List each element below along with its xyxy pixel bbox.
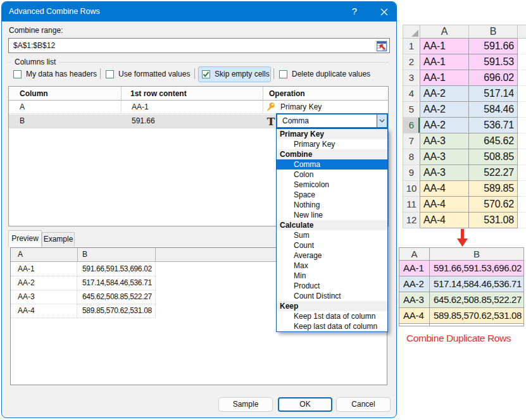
dropdown-item[interactable]: Space (277, 190, 387, 200)
tab-preview[interactable]: Preview (8, 230, 42, 247)
dropdown-item[interactable]: Max (277, 261, 387, 271)
checkbox-box-checked[interactable] (202, 70, 210, 78)
sheet-row-header[interactable]: 8 (403, 149, 420, 165)
dropdown-item[interactable]: Sum (277, 230, 387, 240)
checkbox-delete-duplicate-values[interactable]: Delete duplicate values (279, 66, 370, 82)
columns-table-header[interactable]: Column 1st row content Operation (9, 87, 388, 101)
sheet-row-header[interactable]: 3 (403, 70, 420, 86)
range-picker-icon[interactable] (375, 40, 388, 52)
sheet-cell-empty[interactable] (518, 165, 526, 181)
cell-column: B (20, 114, 25, 128)
column-header-operation[interactable]: Operation (269, 87, 305, 101)
sheet-cell-a[interactable]: AA-4 (420, 213, 469, 228)
sheet-cell-a[interactable]: AA-4 (420, 181, 469, 197)
sheet-row-header[interactable]: 2 (403, 54, 420, 70)
tab-example[interactable]: Example (42, 232, 75, 247)
dialog-titlebar[interactable]: Advanced Combine Rows ? (2, 2, 396, 22)
sheet-cell-a[interactable]: AA-3 (420, 133, 469, 149)
dropdown-item[interactable]: New line (277, 210, 387, 220)
help-icon[interactable]: ? (346, 2, 363, 22)
combobox-value: Comma (282, 114, 309, 127)
checkbox-label: Skip empty cells (215, 70, 270, 78)
checkbox-use-formatted-values[interactable]: Use formatted values (106, 66, 190, 82)
checkbox-box[interactable] (279, 70, 287, 78)
sheet-cell-a[interactable]: AA-2 (420, 86, 469, 102)
sheet-cell-empty[interactable] (518, 54, 526, 70)
dropdown-item[interactable]: Semicolon (277, 180, 387, 190)
sheet-cell-b[interactable]: 570.62 (469, 197, 518, 213)
sheet-cell-b[interactable]: 517.14 (469, 86, 518, 102)
operation-combobox[interactable]: Comma (276, 113, 388, 128)
dropdown-item[interactable]: Min (277, 271, 387, 281)
sample-button[interactable]: Sample (218, 397, 273, 412)
sheet-row-header[interactable]: 7 (403, 133, 420, 149)
sheet-cell-b[interactable]: 508.85 (469, 149, 518, 165)
dropdown-item[interactable]: Nothing (277, 200, 387, 210)
sheet-cell-empty[interactable] (518, 213, 526, 228)
sheet-cell-empty[interactable] (518, 133, 526, 149)
close-icon[interactable] (376, 2, 392, 22)
dropdown-item[interactable]: Primary Key (277, 139, 387, 149)
sheet-column-header-b[interactable]: B (469, 25, 518, 39)
sheet-cell-a[interactable]: AA-2 (420, 102, 469, 118)
sheet-cell-empty[interactable] (518, 149, 526, 165)
sheet-cell-empty[interactable] (518, 197, 526, 213)
sheet-cell-b[interactable]: 536.71 (469, 118, 518, 133)
sheet-row-header[interactable]: 4 (403, 86, 420, 102)
dropdown-item[interactable]: Product (277, 281, 387, 291)
sheet-cell-b[interactable]: 696.02 (469, 70, 518, 86)
sheet-cell-empty[interactable] (518, 39, 526, 54)
sheet-cell-a[interactable]: AA-3 (420, 149, 469, 165)
sheet-cell-b[interactable]: 645.62 (469, 133, 518, 149)
dropdown-item[interactable]: Keep 1st data of column (277, 311, 387, 321)
cell-first-row: AA-1 (132, 101, 149, 114)
sheet-cell-empty[interactable] (518, 70, 526, 86)
dropdown-item[interactable]: Average (277, 250, 387, 261)
sheet-cell-empty[interactable] (518, 102, 526, 118)
sheet-row: 11AA-4570.62 (403, 197, 526, 213)
dropdown-item[interactable]: Colon (277, 170, 387, 180)
dropdown-item[interactable]: Keep last data of column (277, 321, 387, 331)
ok-button[interactable]: OK (278, 397, 332, 412)
dropdown-item[interactable]: Comma (277, 159, 387, 170)
sheet-cell-a[interactable]: AA-1 (420, 39, 469, 54)
sheet-cell-b[interactable]: 584.46 (469, 102, 518, 118)
cancel-button[interactable]: Cancel (336, 397, 391, 412)
sheet-column-header-a[interactable]: A (420, 25, 469, 39)
sheet-row-header[interactable]: 10 (403, 181, 420, 197)
sheet-cell-a[interactable]: AA-4 (420, 197, 469, 213)
sheet-row-header[interactable]: 6 (403, 118, 420, 133)
sheet-cell-b[interactable]: 591.53 (469, 54, 518, 70)
sheet-cell-a[interactable]: AA-1 (420, 70, 469, 86)
sheet-cell-b[interactable]: 591.66 (469, 39, 518, 54)
checkbox-box[interactable] (13, 70, 22, 78)
result-cell-b: 589.85,570.62,531.08 (430, 308, 524, 324)
sheet-cell-empty[interactable] (518, 118, 526, 133)
sheet-row-header[interactable]: 11 (403, 197, 420, 213)
sheet-cell-a[interactable]: AA-3 (420, 165, 469, 181)
sheet-cell-b[interactable]: 531.08 (469, 213, 518, 228)
column-header-column[interactable]: Column (20, 87, 48, 101)
combobox-dropdown-button[interactable] (377, 114, 387, 127)
combine-range-input[interactable]: $A$1:$B$12 (8, 38, 390, 53)
checkbox-my-data-has-headers[interactable]: My data has headers (13, 66, 97, 82)
sheet-cell-b[interactable]: 589.85 (469, 181, 518, 197)
sheet-cell-b[interactable]: 522.27 (469, 165, 518, 181)
preview-cell-a: AA-3 (11, 290, 77, 304)
sheet-cell-empty[interactable] (518, 181, 526, 197)
sheet-row-header[interactable]: 5 (403, 102, 420, 118)
dropdown-item[interactable]: Count (277, 240, 387, 250)
checkbox-skip-empty-cells[interactable]: Skip empty cells (202, 66, 270, 82)
result-header-b: B (430, 248, 524, 261)
sheet-row-header[interactable]: 1 (403, 39, 420, 54)
checkbox-box[interactable] (106, 70, 114, 78)
select-all-corner[interactable] (403, 25, 420, 39)
sheet-cell-empty[interactable] (518, 86, 526, 102)
sheet-row-header[interactable]: 12 (403, 213, 420, 228)
sheet-cell-a[interactable]: AA-1 (420, 54, 469, 70)
sheet-row-header[interactable]: 9 (403, 165, 420, 181)
sheet-cell-a[interactable]: AA-2 (420, 118, 469, 133)
column-row-a[interactable]: A AA-1 Primary Key (9, 101, 388, 114)
dropdown-item[interactable]: Count Distinct (277, 291, 387, 301)
column-header-1st-row-content[interactable]: 1st row content (130, 87, 187, 101)
